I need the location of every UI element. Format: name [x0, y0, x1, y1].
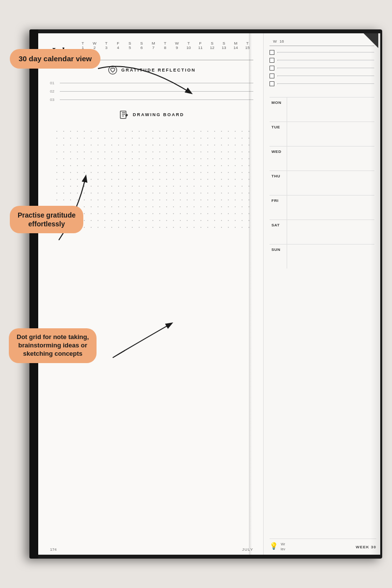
- callout-30-day: 30 day calendar view: [10, 49, 100, 69]
- day-number: 6: [136, 46, 147, 50]
- drawing-board-header: DRAWING BOARD: [50, 110, 253, 120]
- gratitude-line-3: 03: [50, 98, 253, 102]
- day-label-tue: TUE: [270, 122, 287, 146]
- right-page: W 16: [264, 33, 380, 555]
- page-month: JULY: [242, 547, 253, 552]
- callout-3-line1: Dot grid for note taking,: [17, 333, 89, 341]
- day-number: 5: [124, 46, 136, 50]
- gratitude-lines: 01 02 03: [50, 81, 253, 102]
- line-rule-3: [60, 99, 253, 100]
- check-row-4: [270, 74, 374, 78]
- day-letter: T: [242, 41, 253, 46]
- svg-point-0: [108, 66, 117, 74]
- callout-1-text: 30 day calendar view: [19, 54, 92, 63]
- day-number: 12: [206, 46, 218, 50]
- day-row-wed: WED: [270, 146, 374, 171]
- week-schedule: MON TUE WED THU FRI: [270, 97, 374, 549]
- line-num-3: 03: [50, 98, 57, 102]
- day-label-thu: THU: [270, 171, 287, 195]
- checklist-area: [270, 50, 374, 89]
- right-cal-num: 16: [278, 39, 285, 44]
- drawing-board-title: DRAWING BOARD: [133, 112, 184, 117]
- day-letter: W: [171, 41, 183, 46]
- day-numbers-row: 123456789101112131415: [77, 46, 253, 50]
- gratitude-line-1: 01: [50, 81, 253, 85]
- day-letter: F: [195, 41, 206, 46]
- day-label-sat: SAT: [270, 220, 287, 244]
- day-row-sat: SAT: [270, 220, 374, 244]
- line-num-1: 01: [50, 81, 57, 85]
- left-page: July TWTFSSMTWTFSSMT 1234567891011121314…: [38, 33, 264, 555]
- heart-icon: [108, 65, 118, 75]
- day-label-sun: SUN: [270, 245, 287, 269]
- check-row-5: [270, 81, 374, 86]
- callout-3-line3: sketching concepts: [23, 350, 82, 357]
- day-row-tue: TUE: [270, 122, 374, 146]
- day-letter: T: [100, 41, 112, 46]
- day-label-wed: WED: [270, 147, 287, 171]
- day-letter: T: [77, 41, 89, 46]
- week-text: Wrlev: [281, 542, 285, 552]
- checkbox-2[interactable]: [270, 58, 274, 63]
- check-row-2: [270, 58, 374, 63]
- check-line-5: [277, 83, 374, 84]
- day-letter: W: [89, 41, 100, 46]
- check-row-1: [270, 50, 374, 55]
- right-edge-shadow: [370, 33, 380, 555]
- bulb-icon: 💡: [270, 542, 278, 550]
- day-number: 11: [195, 46, 206, 50]
- day-letter: S: [206, 41, 218, 46]
- line-num-2: 02: [50, 89, 57, 94]
- line-rule-2: [60, 91, 253, 92]
- gratitude-line-2: 02: [50, 89, 253, 94]
- checkbox-4[interactable]: [270, 74, 274, 78]
- calendar-days: TWTFSSMTWTFSSMT 123456789101112131415: [77, 41, 253, 50]
- day-number: 3: [100, 46, 112, 50]
- right-cal-letter: W: [271, 39, 278, 44]
- day-content-fri: [287, 196, 374, 220]
- day-number: 13: [218, 46, 230, 50]
- right-calendar-header: W 16: [270, 39, 374, 44]
- check-line-2: [277, 60, 374, 61]
- checkbox-3[interactable]: [270, 66, 274, 71]
- callout-3-line2: brainstorming ideas or: [18, 342, 87, 349]
- callout-gratitude: Practise gratitude effortlessly: [10, 206, 83, 233]
- day-letter: F: [112, 41, 124, 46]
- check-row-3: [270, 66, 374, 71]
- day-letter: M: [230, 41, 242, 46]
- gratitude-title: GRATITUDE REFLECTION: [122, 68, 196, 73]
- day-label-mon: MON: [270, 98, 287, 122]
- right-page-footer: 💡 Wrlev WEEK 30: [270, 539, 376, 552]
- callout-2-line2: effortlessly: [28, 220, 65, 228]
- week-info: 💡 Wrlev: [270, 542, 285, 552]
- day-letter: S: [218, 41, 230, 46]
- checkbox-1[interactable]: [270, 50, 274, 55]
- day-row-thu: THU: [270, 171, 374, 195]
- right-footer-content: 💡 Wrlev WEEK 30: [270, 539, 376, 552]
- day-content-thu: [287, 171, 374, 195]
- day-label-fri: FRI: [270, 196, 287, 220]
- book-pages: July TWTFSSMTWTFSSMT 1234567891011121314…: [38, 33, 380, 555]
- day-number: 10: [183, 46, 195, 50]
- page-number: 174: [50, 547, 56, 552]
- day-number: 15: [242, 46, 253, 50]
- day-content-tue: [287, 122, 374, 146]
- day-number: 9: [171, 46, 183, 50]
- day-letter: M: [147, 41, 159, 46]
- checkbox-5[interactable]: [270, 81, 274, 86]
- day-content-wed: [287, 147, 374, 171]
- day-row-sun: SUN: [270, 244, 374, 269]
- check-line-3: [277, 68, 374, 69]
- book-spine: [29, 29, 38, 559]
- day-content-sat: [287, 220, 374, 244]
- day-number: 8: [159, 46, 171, 50]
- day-number: 4: [112, 46, 124, 50]
- check-line-1: [277, 52, 374, 53]
- book: July TWTFSSMTWTFSSMT 1234567891011121314…: [29, 29, 382, 559]
- day-content-sun: [287, 245, 374, 269]
- day-number: 7: [147, 46, 159, 50]
- callout-2-line1: Practise gratitude: [18, 211, 75, 219]
- line-rule-1: [60, 83, 253, 83]
- day-number: 14: [230, 46, 242, 50]
- right-cal-divider: [270, 46, 374, 46]
